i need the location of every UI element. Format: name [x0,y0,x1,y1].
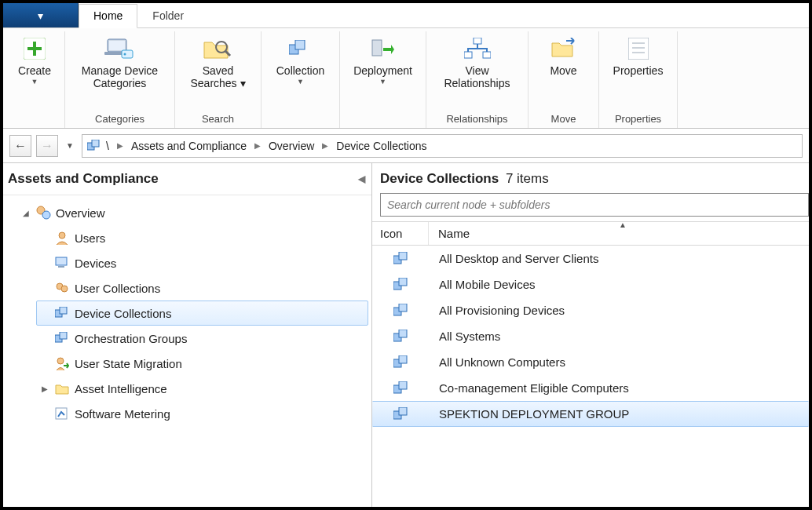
row-name: All Systems [430,330,808,343]
laptop-tag-icon [104,35,136,63]
nav-tree: ◢ Overview Users Devices User Collection… [3,195,371,426]
tree-label: Device Collections [75,307,171,320]
left-pane: Assets and Compliance ◀ ◢ Overview Users… [3,163,372,507]
folder-search-icon [202,35,233,63]
list-header: Icon ▲ Name [372,221,809,246]
caret-down-icon: ▼ [297,78,304,86]
ribbon-group-search: Saved Searches ▾ Search [175,31,262,128]
ribbon-group-label [11,110,58,125]
deployment-button[interactable]: Deployment ▼ [349,33,417,87]
svg-rect-25 [56,257,67,265]
list-row[interactable]: SPEKTION DEPLOYMENT GROUP [372,401,809,427]
collection-icon [87,140,101,152]
row-name: All Provisioning Devices [430,304,808,317]
left-pane-header: Assets and Compliance ◀ [3,163,371,195]
manage-device-categories-button[interactable]: Manage Device Categories [77,33,163,91]
ribbon-group-label [268,110,333,125]
breadcrumb-root[interactable]: \ [104,140,111,152]
svg-rect-16 [628,38,649,60]
svg-point-23 [42,211,50,219]
hierarchy-icon [462,35,493,63]
list-row[interactable]: Co-management Eligible Computers [372,375,809,401]
svg-point-24 [59,232,65,239]
list-row[interactable]: All Mobile Devices [372,271,809,297]
ribbon-group-label [346,110,419,125]
tree-node-user-collections[interactable]: User Collections [36,275,368,301]
saved-searches-button[interactable]: Saved Searches ▾ [185,33,250,91]
tree-label: Orchestration Groups [75,332,187,345]
collapse-pane-icon[interactable]: ◀ [358,173,365,184]
tree-node-software-metering[interactable]: Software Metering [36,401,368,426]
twisty-closed-icon: ▶ [40,384,49,393]
svg-rect-26 [58,266,64,268]
svg-rect-4 [109,41,125,50]
list-row[interactable]: All Systems [372,323,809,349]
view-relationships-button[interactable]: View Relationships [439,33,514,91]
folder-icon [54,381,70,396]
view-relationships-label: View Relationships [444,64,510,89]
caret-down-icon: ▼ [379,78,386,86]
left-pane-title: Assets and Compliance [8,171,159,187]
svg-rect-36 [399,252,407,260]
column-name-label: Name [438,227,470,240]
list-body: All Desktop and Server ClientsAll Mobile… [372,246,809,507]
column-name[interactable]: ▲ Name [429,222,809,245]
tree-label: User Collections [75,282,160,295]
tree-node-user-state[interactable]: User State Migration [36,351,368,376]
svg-rect-21 [92,140,99,147]
svg-point-28 [61,286,68,292]
list-row[interactable]: All Unknown Computers [372,349,809,375]
list-row[interactable]: All Desktop and Server Clients [372,246,809,271]
ribbon-group-collection: Collection ▼ [262,31,340,128]
list-row[interactable]: All Provisioning Devices [372,297,809,323]
breadcrumb-device-collections[interactable]: Device Collections [335,140,428,152]
collection-icon [284,35,316,63]
svg-point-33 [57,358,64,364]
tree-node-orchestration[interactable]: Orchestration Groups [36,326,368,351]
svg-rect-38 [399,278,407,286]
tree-label: Software Metering [75,407,170,421]
arrow-right-icon: → [41,139,53,153]
tree-label: Users [75,231,105,245]
column-icon[interactable]: Icon [372,222,429,245]
caret-down-icon: ▼ [66,141,74,150]
svg-rect-30 [60,307,67,314]
folder-move-icon [548,35,580,63]
svg-rect-11 [295,40,305,49]
svg-rect-46 [399,381,407,389]
collection-label: Collection [276,64,324,77]
collection-button[interactable]: Collection ▼ [272,33,329,87]
svg-rect-15 [483,52,491,58]
app-menu-button[interactable]: ▾ [3,3,79,27]
ribbon-group-label: Properties [605,110,671,125]
manage-device-categories-label: Manage Device Categories [82,64,158,89]
plus-icon [19,35,50,63]
create-label: Create [18,64,51,77]
move-button[interactable]: Move [540,33,587,78]
tree-node-asset-intelligence[interactable]: ▶ Asset Intelligence [36,376,368,401]
tree-node-devices[interactable]: Devices [36,250,368,275]
ribbon-group-label: Categories [71,110,168,125]
breadcrumb[interactable]: \ ▶ Assets and Compliance ▶ Overview ▶ D… [82,134,803,158]
collection-icon [373,252,430,266]
nav-history-button[interactable]: ▼ [63,135,77,157]
tree-node-users[interactable]: Users [36,225,368,250]
search-input[interactable]: Search current node + subfolders [380,193,809,217]
saved-searches-label: Saved Searches ▾ [190,64,245,89]
breadcrumb-assets[interactable]: Assets and Compliance [130,140,248,152]
tree-node-overview[interactable]: ◢ Overview [17,200,368,225]
nav-forward-button[interactable]: → [36,135,58,157]
nav-back-button[interactable]: ← [9,135,31,157]
properties-button[interactable]: Properties [609,33,668,78]
tab-home[interactable]: Home [79,4,137,28]
create-button[interactable]: Create ▼ [11,33,58,87]
tab-folder[interactable]: Folder [137,4,199,28]
chevron-right-icon: ▶ [251,141,264,150]
properties-icon [623,35,654,63]
nav-bar: ← → ▼ \ ▶ Assets and Compliance ▶ Overvi… [3,129,809,163]
tree-node-device-collections[interactable]: Device Collections [36,301,368,326]
collection-icon [373,330,430,344]
breadcrumb-overview[interactable]: Overview [267,140,316,152]
move-label: Move [550,64,576,77]
caret-down-icon: ▼ [31,78,38,86]
